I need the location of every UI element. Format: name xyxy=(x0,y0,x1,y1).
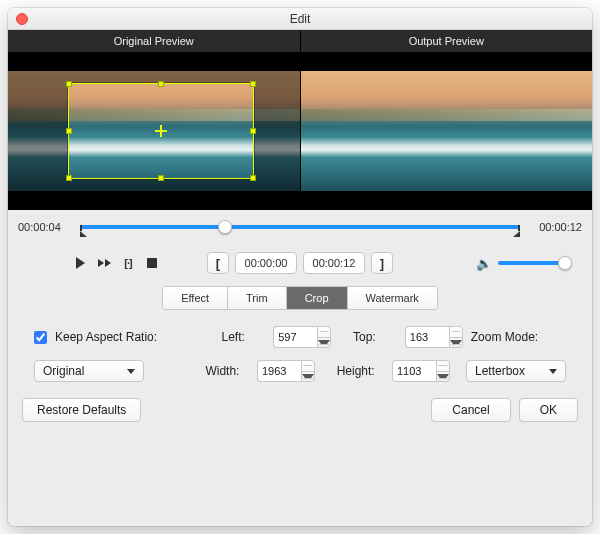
left-label: Left: xyxy=(221,330,265,344)
output-preview-pane xyxy=(301,52,593,210)
stop-button[interactable] xyxy=(144,255,160,271)
crop-handle-bm[interactable] xyxy=(158,175,164,181)
crop-handle-tr[interactable] xyxy=(250,81,256,87)
width-input[interactable] xyxy=(257,360,301,382)
top-stepper xyxy=(405,326,463,348)
playhead[interactable] xyxy=(218,220,232,234)
set-out-button[interactable]: ] xyxy=(371,252,393,274)
width-label: Width: xyxy=(205,364,249,378)
output-preview-label: Output Preview xyxy=(301,30,593,52)
edit-window: Edit Original Preview Output Preview xyxy=(8,8,592,526)
preview-area xyxy=(8,52,592,210)
height-stepper xyxy=(392,360,450,382)
end-time: 00:00:12 xyxy=(528,221,582,233)
width-step-buttons[interactable] xyxy=(301,360,315,382)
crop-handle-bl[interactable] xyxy=(66,175,72,181)
tab-trim[interactable]: Trim xyxy=(228,287,287,309)
set-in-button[interactable]: [ xyxy=(207,252,229,274)
keep-aspect-label: Keep Aspect Ratio: xyxy=(55,330,169,344)
chevron-down-icon xyxy=(127,369,135,374)
crop-handle-tm[interactable] xyxy=(158,81,164,87)
in-time-field[interactable]: 00:00:00 xyxy=(235,252,297,274)
height-label: Height: xyxy=(337,364,384,378)
height-step-buttons[interactable] xyxy=(436,360,450,382)
crop-handle-br[interactable] xyxy=(250,175,256,181)
ok-button[interactable]: OK xyxy=(519,398,578,422)
top-step-buttons[interactable] xyxy=(449,326,463,348)
crop-rectangle[interactable] xyxy=(68,83,254,179)
crop-handle-ml[interactable] xyxy=(66,128,72,134)
zoom-mode-value: Letterbox xyxy=(475,364,525,378)
chevron-down-icon xyxy=(549,369,557,374)
width-stepper xyxy=(257,360,315,382)
restore-defaults-button[interactable]: Restore Defaults xyxy=(22,398,141,422)
top-label: Top: xyxy=(353,330,397,344)
close-window-button[interactable] xyxy=(16,13,28,25)
step-button[interactable]: [·] xyxy=(120,255,136,271)
original-thumbnail xyxy=(8,71,300,191)
preview-header-row: Original Preview Output Preview xyxy=(8,30,592,52)
crop-form: Keep Aspect Ratio: Left: Top: Zoom Mode:… xyxy=(8,320,592,388)
original-preview-pane[interactable] xyxy=(8,52,301,210)
volume-thumb[interactable] xyxy=(558,256,572,270)
left-stepper xyxy=(273,326,331,348)
transport-row: [·] [ 00:00:00 00:00:12 ] 🔈 xyxy=(8,244,592,282)
cancel-button[interactable]: Cancel xyxy=(431,398,510,422)
output-thumbnail xyxy=(301,71,593,191)
play-icon xyxy=(76,257,85,269)
tab-watermark[interactable]: Watermark xyxy=(348,287,437,309)
in-marker[interactable] xyxy=(80,231,87,237)
zoom-mode-dropdown[interactable]: Letterbox xyxy=(466,360,566,382)
tab-crop[interactable]: Crop xyxy=(287,287,348,309)
crop-center-icon xyxy=(155,125,167,137)
aspect-dropdown[interactable]: Original xyxy=(34,360,144,382)
out-marker[interactable] xyxy=(513,231,520,237)
height-input[interactable] xyxy=(392,360,436,382)
original-preview-label: Original Preview xyxy=(8,30,301,52)
zoom-mode-label: Zoom Mode: xyxy=(471,330,566,344)
crop-handle-mr[interactable] xyxy=(250,128,256,134)
fast-forward-icon xyxy=(98,259,111,267)
keep-aspect-checkbox[interactable] xyxy=(34,331,47,344)
out-time-field[interactable]: 00:00:12 xyxy=(303,252,365,274)
titlebar: Edit xyxy=(8,8,592,30)
top-input[interactable] xyxy=(405,326,449,348)
play-button[interactable] xyxy=(72,255,88,271)
timeline-scrubber[interactable] xyxy=(80,217,520,237)
tabs-row: Effect Trim Crop Watermark xyxy=(8,282,592,320)
current-time: 00:00:04 xyxy=(18,221,72,233)
volume-slider[interactable] xyxy=(498,261,568,265)
left-input[interactable] xyxy=(273,326,317,348)
fast-forward-button[interactable] xyxy=(96,255,112,271)
volume-icon: 🔈 xyxy=(476,256,492,271)
tab-effect[interactable]: Effect xyxy=(163,287,228,309)
tab-segmented-control: Effect Trim Crop Watermark xyxy=(162,286,438,310)
scrub-row: 00:00:04 00:00:12 xyxy=(8,210,592,244)
window-title: Edit xyxy=(290,12,311,26)
stop-icon xyxy=(147,258,157,268)
footer: Restore Defaults Cancel OK xyxy=(8,388,592,434)
aspect-dropdown-value: Original xyxy=(43,364,84,378)
left-step-buttons[interactable] xyxy=(317,326,331,348)
crop-handle-tl[interactable] xyxy=(66,81,72,87)
